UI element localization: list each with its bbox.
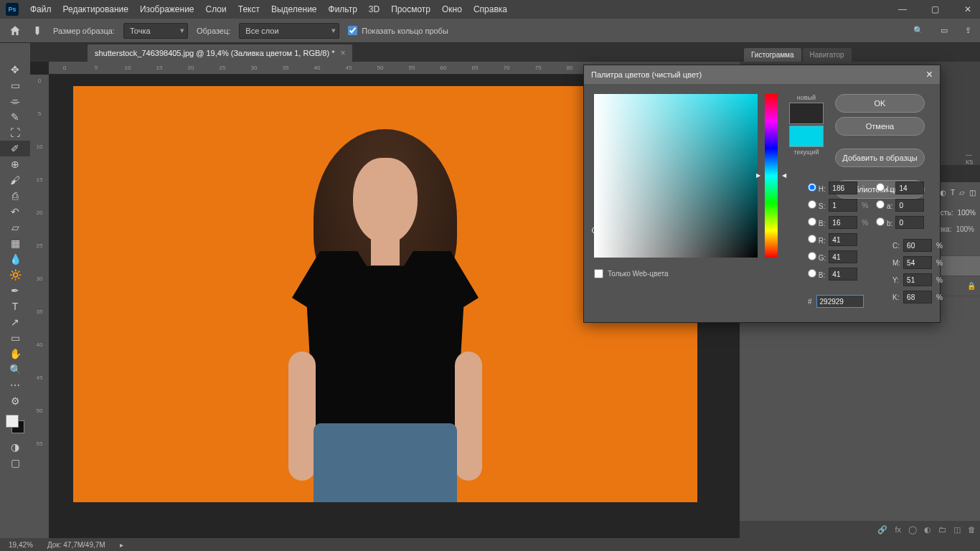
marquee-tool[interactable]: ▭ <box>0 77 30 93</box>
bv-input[interactable] <box>829 216 857 229</box>
s-input[interactable] <box>829 199 857 212</box>
blur-tool[interactable]: 💧 <box>0 251 30 267</box>
color-field[interactable] <box>594 94 758 258</box>
minimize-icon[interactable]: — <box>898 4 908 14</box>
g-input[interactable] <box>829 250 857 263</box>
crop-tool[interactable]: ⛶ <box>0 125 30 141</box>
cmyk-inputs: C:% M:% Y:% K:% <box>892 239 943 303</box>
r-input[interactable] <box>829 233 857 246</box>
show-ring-checkbox[interactable]: Показать кольцо пробы <box>348 26 448 35</box>
m-input[interactable] <box>903 256 932 269</box>
home-icon[interactable] <box>9 24 22 37</box>
cancel-button[interactable]: Отмена <box>835 117 925 136</box>
quick-select-tool[interactable]: ✎ <box>0 109 30 125</box>
add-swatch-button[interactable]: Добавить в образцы <box>835 149 925 167</box>
eraser-tool[interactable]: ▱ <box>0 220 30 235</box>
tab-histogram[interactable]: Гистограмма <box>744 48 801 62</box>
history-brush-tool[interactable]: ↶ <box>0 204 30 220</box>
fill-value[interactable]: 100% <box>956 225 974 233</box>
h-input[interactable] <box>829 182 857 194</box>
filter-adj-icon[interactable]: ◐ <box>940 189 946 197</box>
close-tab-icon[interactable]: × <box>340 48 345 58</box>
menu-select[interactable]: Выделение <box>271 4 317 14</box>
menu-edit[interactable]: Редактирование <box>63 4 128 14</box>
trash-icon[interactable]: 🗑 <box>968 525 976 534</box>
mask-icon[interactable]: ◯ <box>908 525 917 534</box>
menu-layers[interactable]: Слои <box>206 4 227 14</box>
dodge-tool[interactable]: 🔆 <box>0 267 30 283</box>
tab-navigator[interactable]: Навигатор <box>803 48 852 62</box>
g-radio[interactable] <box>808 252 816 260</box>
new-layer-icon[interactable]: ◫ <box>953 525 961 534</box>
edit-toolbar[interactable]: ⚙ <box>0 393 30 409</box>
b-radio[interactable] <box>808 269 816 278</box>
zoom-tool[interactable]: 🔍 <box>0 362 30 377</box>
y-input[interactable] <box>903 273 932 286</box>
options-bar: Размер образца: Точка Образец: Все слои … <box>0 19 980 43</box>
dialog-titlebar[interactable]: Палитра цветов (чистый цвет) × <box>584 65 940 84</box>
bb-input[interactable] <box>895 216 924 229</box>
fx-icon[interactable]: fx <box>895 525 901 534</box>
group-icon[interactable]: 🗀 <box>938 525 946 534</box>
sample-size-dropdown[interactable]: Точка <box>123 23 188 39</box>
a-radio[interactable] <box>876 200 885 209</box>
filter-smart-icon[interactable]: ◫ <box>969 189 976 197</box>
link-layers-icon[interactable]: 🔗 <box>877 525 887 534</box>
stamp-tool[interactable]: ⎙ <box>0 188 30 204</box>
menu-view[interactable]: Просмотр <box>391 4 430 14</box>
opacity-value[interactable]: 100% <box>957 209 976 217</box>
mask-mode[interactable]: ◑ <box>0 439 30 455</box>
search-icon[interactable]: 🔍 <box>913 26 923 35</box>
screen-mode[interactable]: ▢ <box>0 455 30 471</box>
eyedropper-icon[interactable] <box>27 20 47 40</box>
zoom-level[interactable]: 19,42% <box>9 541 33 549</box>
sample-dropdown[interactable]: Все слои <box>239 23 339 39</box>
close-icon[interactable]: ✕ <box>964 4 974 14</box>
more-tool[interactable]: ⋯ <box>0 377 30 393</box>
a-input[interactable] <box>895 199 924 212</box>
shape-tool[interactable]: ▭ <box>0 330 30 346</box>
pen-tool[interactable]: ✒ <box>0 283 30 298</box>
c-input[interactable] <box>903 239 932 252</box>
hex-input[interactable] <box>816 295 864 308</box>
status-bar: 19,42% Док: 47,7М/49,7М ▸ <box>0 538 980 551</box>
b-input[interactable] <box>829 268 857 281</box>
move-tool[interactable]: ✥ <box>0 62 30 77</box>
maximize-icon[interactable]: ▢ <box>931 4 941 14</box>
menu-text[interactable]: Текст <box>238 4 260 14</box>
hand-tool[interactable]: ✋ <box>0 346 30 362</box>
eyedropper-tool[interactable]: ✐ <box>0 141 30 156</box>
color-swatch[interactable] <box>6 415 24 433</box>
r-radio[interactable] <box>808 235 816 243</box>
workspace-icon[interactable]: ▭ <box>941 26 948 35</box>
menu-filter[interactable]: Фильтр <box>329 4 357 14</box>
share-icon[interactable]: ⇪ <box>965 26 971 35</box>
heal-tool[interactable]: ⊕ <box>0 156 30 172</box>
filter-shape-icon[interactable]: ▱ <box>959 189 965 197</box>
h-radio[interactable] <box>808 183 816 192</box>
foreground-color[interactable] <box>6 415 19 428</box>
filter-type-icon[interactable]: T <box>951 189 955 197</box>
bb-radio[interactable] <box>876 217 885 226</box>
ok-button[interactable]: OK <box>835 94 925 113</box>
menu-image[interactable]: Изображение <box>140 4 194 14</box>
menu-window[interactable]: Окно <box>442 4 462 14</box>
l-input[interactable] <box>895 182 924 194</box>
web-only-checkbox[interactable]: Только Web-цвета <box>594 269 668 278</box>
s-radio[interactable] <box>808 200 816 209</box>
menu-help[interactable]: Справка <box>473 4 507 14</box>
document-tab[interactable]: shutterstock_746398405.jpg @ 19,4% (Зали… <box>88 44 352 62</box>
gradient-tool[interactable]: ▦ <box>0 235 30 251</box>
fill-adj-icon[interactable]: ◐ <box>924 525 931 534</box>
path-tool[interactable]: ↗ <box>0 314 30 330</box>
lasso-tool[interactable]: ⌯ <box>0 93 30 109</box>
k-input[interactable] <box>903 291 932 303</box>
hue-slider[interactable] <box>765 94 778 258</box>
menu-3d[interactable]: 3D <box>369 4 380 14</box>
l-radio[interactable] <box>876 183 885 192</box>
brush-tool[interactable]: 🖌 <box>0 172 30 188</box>
menu-file[interactable]: Файл <box>30 4 52 14</box>
bv-radio[interactable] <box>808 217 816 226</box>
type-tool[interactable]: T <box>0 298 30 314</box>
close-dialog-icon[interactable]: × <box>926 68 933 81</box>
